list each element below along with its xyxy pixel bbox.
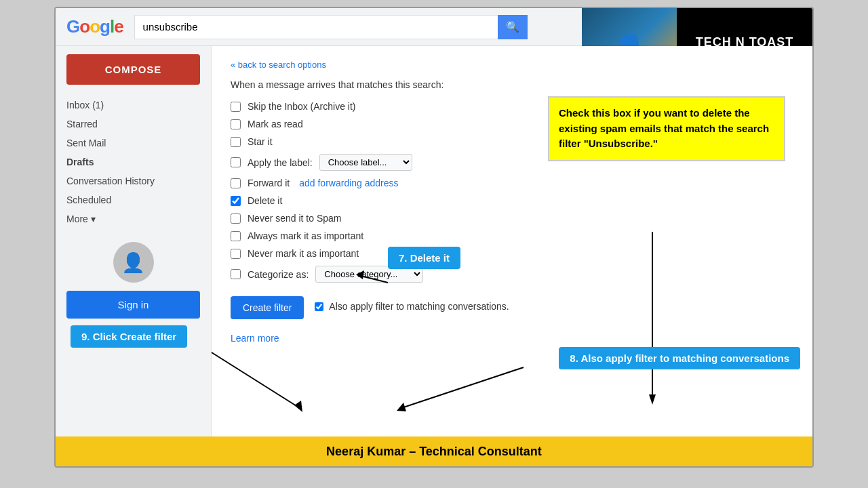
sidebar-item-drafts[interactable]: Drafts xyxy=(56,152,205,171)
create-filter-row: Create filter Also apply filter to match… xyxy=(231,296,793,326)
categorize-checkbox[interactable] xyxy=(231,269,241,279)
star-it-label: Star it xyxy=(248,136,273,147)
callout-blue-matching: 8. Also apply filter to matching convers… xyxy=(559,347,800,369)
also-apply-row: Also apply filter to matching conversati… xyxy=(315,301,509,312)
footer-bar: Neeraj Kumar – Technical Consultant xyxy=(56,436,812,466)
footer-text: Neeraj Kumar – Technical Consultant xyxy=(326,445,542,459)
also-apply-label: Also apply filter to matching conversati… xyxy=(329,301,509,312)
mark-read-checkbox[interactable] xyxy=(231,119,241,129)
create-filter-button[interactable]: Create filter xyxy=(231,296,304,319)
callout-blue-create: 9. Click Create filter xyxy=(71,325,187,348)
search-bar: 🔍 xyxy=(134,15,528,39)
never-spam-checkbox[interactable] xyxy=(231,214,241,224)
forward-label: Forward it xyxy=(248,178,290,188)
delete-it-label: Delete it xyxy=(248,195,282,206)
google-logo: Google xyxy=(66,16,123,37)
label-select[interactable]: Choose label... xyxy=(319,154,412,171)
main-window: Google 🔍 👤 TECH N TOAST Neeraj Kumar COM… xyxy=(54,7,814,468)
apply-label-checkbox[interactable] xyxy=(231,157,241,167)
always-important-checkbox[interactable] xyxy=(231,231,241,241)
filter-option-categorize: Categorize as: Choose category... xyxy=(231,266,793,283)
filter-option-never-important: Never mark it as important xyxy=(231,248,793,259)
never-important-label: Never mark it as important xyxy=(248,248,359,259)
also-apply-checkbox[interactable] xyxy=(315,302,323,311)
filter-option-delete: Delete it xyxy=(231,195,793,206)
sidebar-item-starred[interactable]: Starred xyxy=(56,115,205,134)
always-important-label: Always mark it as important xyxy=(248,230,363,241)
sidebar: COMPOSE Inbox (1) Starred Sent Mail Draf… xyxy=(56,46,212,436)
search-input[interactable] xyxy=(134,15,498,39)
apply-label-text: Apply the label: xyxy=(248,157,313,168)
search-button[interactable]: 🔍 xyxy=(498,15,528,39)
forward-checkbox[interactable] xyxy=(231,178,241,188)
never-spam-label: Never send it to Spam xyxy=(248,213,342,224)
sidebar-item-history[interactable]: Conversation History xyxy=(56,171,205,190)
filter-option-never-spam: Never send it to Spam xyxy=(231,213,793,224)
add-forwarding-link[interactable]: add forwarding address xyxy=(299,178,398,188)
filter-description: When a message arrives that matches this… xyxy=(231,79,793,90)
sidebar-item-scheduled[interactable]: Scheduled xyxy=(56,190,205,209)
sidebar-item-sent[interactable]: Sent Mail xyxy=(56,134,205,152)
skip-inbox-checkbox[interactable] xyxy=(231,102,241,112)
avatar: 👤 xyxy=(113,242,154,283)
callout-yellow: Check this box if you want to delete the… xyxy=(548,96,785,161)
sidebar-item-inbox[interactable]: Inbox (1) xyxy=(56,96,205,115)
inbox-label: Inbox (1) xyxy=(66,100,104,110)
callout-blue-delete: 7. Delete it xyxy=(388,247,460,269)
sign-in-button[interactable]: Sign in xyxy=(66,291,200,319)
sidebar-item-more[interactable]: More ▾ xyxy=(56,209,205,228)
mark-read-label: Mark as read xyxy=(248,119,303,129)
never-important-checkbox[interactable] xyxy=(231,249,241,259)
star-it-checkbox[interactable] xyxy=(231,137,241,147)
filter-option-always-important: Always mark it as important xyxy=(231,230,793,241)
back-to-search-link[interactable]: « back to search options xyxy=(231,60,793,70)
delete-it-checkbox[interactable] xyxy=(231,196,241,206)
filter-option-forward: Forward it add forwarding address xyxy=(231,178,793,188)
skip-inbox-label: Skip the Inbox (Archive it) xyxy=(248,101,356,112)
categorize-label: Categorize as: xyxy=(248,269,309,280)
learn-more-link[interactable]: Learn more xyxy=(231,333,793,344)
compose-button[interactable]: COMPOSE xyxy=(66,54,200,85)
